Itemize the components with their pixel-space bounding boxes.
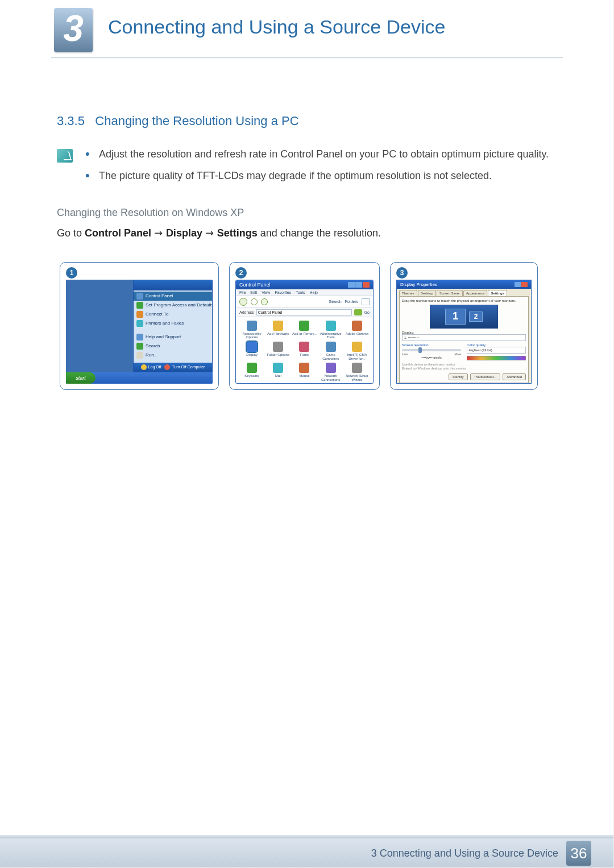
close-button[interactable] <box>363 282 370 288</box>
troubleshoot-button[interactable]: Troubleshoot... <box>470 373 501 380</box>
chapter-badge: 3 <box>54 8 93 52</box>
item-label: Intel(R) GMA Driver for... <box>345 353 370 360</box>
menu-tools[interactable]: Tools <box>296 290 305 294</box>
identify-button[interactable]: Identify <box>449 373 467 380</box>
item-icon <box>326 342 336 352</box>
help-button[interactable] <box>515 282 521 287</box>
display-icon[interactable]: Display <box>239 342 264 360</box>
control-panel-icon <box>136 293 143 300</box>
window-titlebar: Control Panel <box>236 280 373 289</box>
color-quality-group: Color quality Highest (32 bit) <box>467 343 526 360</box>
menu-item[interactable]: Run... <box>134 351 212 360</box>
arrow-icon: → <box>154 227 166 239</box>
window-buttons <box>515 282 528 287</box>
control-panel-item[interactable]: Network Connections <box>318 363 343 381</box>
folders-label[interactable]: Folders <box>345 300 358 304</box>
help-icon <box>136 334 143 340</box>
control-panel-item[interactable]: Accessibility Options <box>239 321 264 339</box>
logoff-button[interactable]: Log Off <box>141 364 161 370</box>
note-item: The picture quality of TFT-LCDs may degr… <box>85 168 549 184</box>
turnoff-button[interactable]: Turn Off Computer <box>164 364 205 370</box>
resolution-slider[interactable] <box>402 349 461 351</box>
tab-settings[interactable]: Settings <box>488 290 507 296</box>
item-label: Mouse <box>299 374 309 381</box>
minimize-button[interactable] <box>348 282 355 288</box>
menu-item-label: Search <box>146 343 160 348</box>
step-card-2: 2 Control Panel File Edit View Favorites… <box>229 262 380 390</box>
item-icon <box>352 321 362 331</box>
forward-button[interactable] <box>251 298 258 305</box>
color-preview-bar <box>467 356 526 360</box>
go-button[interactable] <box>354 309 362 315</box>
content-area: 3.3.5 Changing the Resolution Using a PC… <box>0 65 614 390</box>
monitor-arrangement[interactable]: 1 2 <box>430 305 498 329</box>
menu-view[interactable]: View <box>262 290 270 294</box>
monitor-1[interactable]: 1 <box>445 309 466 325</box>
monitor-2[interactable]: 2 <box>469 312 483 322</box>
step-badge: 1 <box>66 267 77 279</box>
control-panel-item[interactable]: Mouse <box>292 363 317 381</box>
control-panel-icons: Accessibility OptionsAdd HardwareAdd or … <box>236 317 373 383</box>
control-panel-item[interactable]: Folder Options <box>265 342 291 360</box>
control-panel-item[interactable]: Network Setup Wizard <box>345 363 370 381</box>
path-step: Control Panel <box>85 227 151 239</box>
primary-monitor-checkbox[interactable]: Use this device as the primary monitor <box>402 363 526 367</box>
control-panel-item[interactable]: Administrative Tools <box>318 321 343 339</box>
control-panel-item[interactable]: Mail <box>265 363 291 381</box>
menu-item[interactable]: Printers and Faxes <box>134 319 212 328</box>
section-title: Changing the Resolution Using a PC <box>95 114 298 128</box>
color-quality-select[interactable]: Highest (32 bit) <box>467 347 526 354</box>
slider-min-label: Less <box>402 352 408 356</box>
control-panel-item[interactable]: Add or Remov... <box>292 321 317 339</box>
section-number: 3.3.5 <box>57 114 85 128</box>
views-button[interactable] <box>362 298 370 305</box>
menu-item[interactable]: Set Program Access and Defaults <box>134 301 212 310</box>
color-quality-value: Highest (32 bit) <box>469 348 492 352</box>
control-panel-item[interactable]: Adobe Gamma <box>345 321 370 339</box>
display-select[interactable]: 1. ••••••••• <box>402 334 526 341</box>
menu-file[interactable]: File <box>239 290 246 294</box>
control-panel-item[interactable]: Add Hardware <box>265 321 291 339</box>
menu-item-label: Control Panel <box>146 293 173 298</box>
item-icon <box>299 321 309 331</box>
menu-item[interactable]: Connect To <box>134 310 212 319</box>
advanced-button[interactable]: Advanced <box>503 373 526 380</box>
tab-desktop[interactable]: Desktop <box>418 290 436 296</box>
maximize-button[interactable] <box>355 282 362 288</box>
menu-item-label: Connect To <box>146 312 168 317</box>
menu-item[interactable]: Help and Support <box>134 333 212 342</box>
up-button[interactable] <box>261 298 268 305</box>
item-label: Accessibility Options <box>239 332 264 339</box>
menu-edit[interactable]: Edit <box>250 290 257 294</box>
program-access-icon <box>136 302 143 309</box>
item-label: Network Connections <box>318 374 343 381</box>
tab-appearance[interactable]: Appearance <box>463 290 487 296</box>
instruction-line: Go to Control Panel → Display → Settings… <box>57 227 557 239</box>
item-icon <box>273 363 283 373</box>
search-label[interactable]: Search <box>329 300 341 304</box>
start-button[interactable]: start <box>66 372 96 384</box>
menu-help[interactable]: Help <box>310 290 318 294</box>
window-buttons <box>348 282 370 288</box>
extend-desktop-checkbox[interactable]: Extend my Windows desktop onto this moni… <box>402 367 526 371</box>
chapter-title: Connecting and Using a Source Device <box>108 16 445 38</box>
menu-item[interactable]: Search <box>134 342 212 351</box>
tab-screensaver[interactable]: Screen Saver <box>437 290 463 296</box>
control-panel-item[interactable]: Keyboard <box>239 363 264 381</box>
slider-max-label: More <box>455 352 461 356</box>
menu-item-control-panel[interactable]: Control Panel <box>134 292 212 301</box>
menu-favorites[interactable]: Favorites <box>275 290 291 294</box>
item-label: Adobe Gamma <box>346 332 368 339</box>
back-button[interactable] <box>239 298 247 306</box>
menu-bar: File Edit View Favorites Tools Help <box>236 289 373 296</box>
tab-themes[interactable]: Themes <box>399 290 417 296</box>
slider-thumb[interactable] <box>418 347 422 353</box>
address-input[interactable] <box>256 309 352 315</box>
close-button[interactable] <box>521 282 528 287</box>
control-panel-item[interactable]: Game Controllers <box>318 342 343 360</box>
control-panel-item[interactable]: Fonts <box>292 342 317 360</box>
control-panel-item[interactable]: Intel(R) GMA Driver for... <box>345 342 370 360</box>
chapter-number: 3 <box>63 10 84 47</box>
footer-divider <box>0 835 614 838</box>
xp-desktop: All Programs Control Panel Set Program A… <box>66 280 213 384</box>
